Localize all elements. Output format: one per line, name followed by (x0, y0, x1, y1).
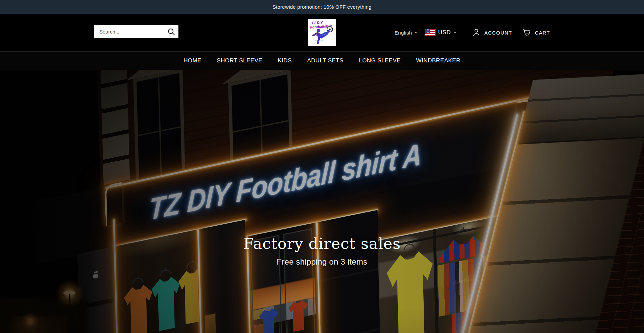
announcement-text: Storewide promotion: 10% OFF everything (272, 4, 371, 10)
nav-item-home[interactable]: HOME (183, 57, 201, 64)
soccer-player-logo-icon: TZ DIY Footballshirt (308, 19, 336, 46)
nav-item-adult-sets[interactable]: ADULT SETS (307, 57, 343, 64)
search-icon (167, 28, 175, 36)
header: TZ DIY Footballshirt Englis (0, 14, 644, 51)
hero-dark-overlay (0, 70, 644, 333)
cart-icon (522, 28, 531, 37)
nav-item-windbreaker[interactable]: WINDBREAKER (416, 57, 461, 64)
nav-item-long-sleeve[interactable]: LONG SLEEVE (359, 57, 401, 64)
currency-selector[interactable]: USD (438, 29, 457, 36)
search-input[interactable] (99, 29, 166, 35)
cart-label: CART (535, 30, 550, 36)
header-controls: English USD ACCOUNT (394, 14, 550, 51)
hero-copy: Factory direct sales Free shipping on 3 … (0, 235, 644, 267)
account-button[interactable]: ACCOUNT (472, 28, 512, 37)
cart-button[interactable]: CART (522, 28, 550, 37)
nav-item-short-sleeve[interactable]: SHORT SLEEVE (217, 57, 262, 64)
account-label: ACCOUNT (484, 30, 512, 36)
store-logo[interactable]: TZ DIY Footballshirt (308, 19, 336, 46)
us-flag-icon (425, 29, 435, 36)
search-button[interactable] (166, 26, 177, 37)
language-selector[interactable]: English (394, 30, 418, 36)
hero-title: Factory direct sales (0, 235, 644, 253)
user-icon (472, 28, 480, 37)
hero-banner: TZ DIY Football shirt A (0, 70, 644, 333)
chevron-down-icon (453, 31, 457, 34)
announcement-bar: Storewide promotion: 10% OFF everything (0, 0, 644, 14)
search-form (94, 25, 178, 38)
hero-subtitle: Free shipping on 3 items (0, 257, 644, 267)
currency-label: USD (438, 29, 451, 36)
nav-item-kids[interactable]: KIDS (278, 57, 292, 64)
main-nav: HOME SHORT SLEEVE KIDS ADULT SETS LONG S… (0, 51, 644, 70)
language-label: English (394, 30, 412, 36)
header-inner: TZ DIY Footballshirt Englis (94, 14, 550, 51)
chevron-down-icon (414, 31, 418, 34)
